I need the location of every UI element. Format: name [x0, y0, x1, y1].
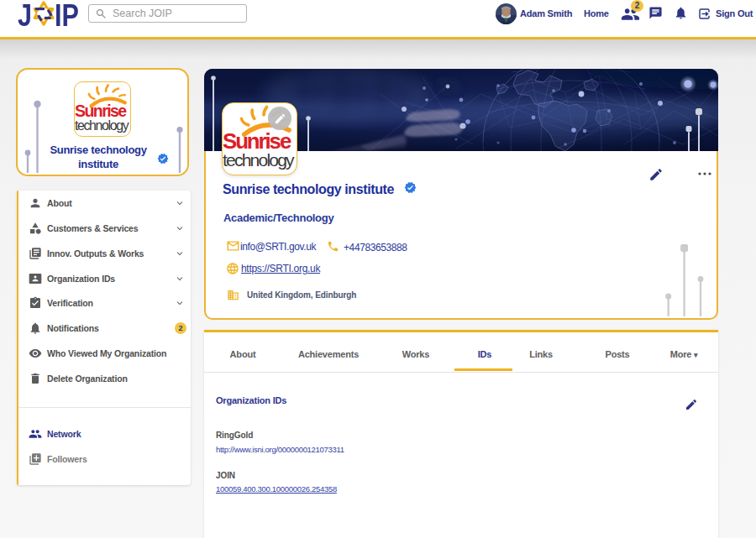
- svg-text:technology: technology: [223, 150, 295, 170]
- svg-text:technology: technology: [75, 118, 129, 133]
- svg-text:Sunrise: Sunrise: [75, 102, 127, 120]
